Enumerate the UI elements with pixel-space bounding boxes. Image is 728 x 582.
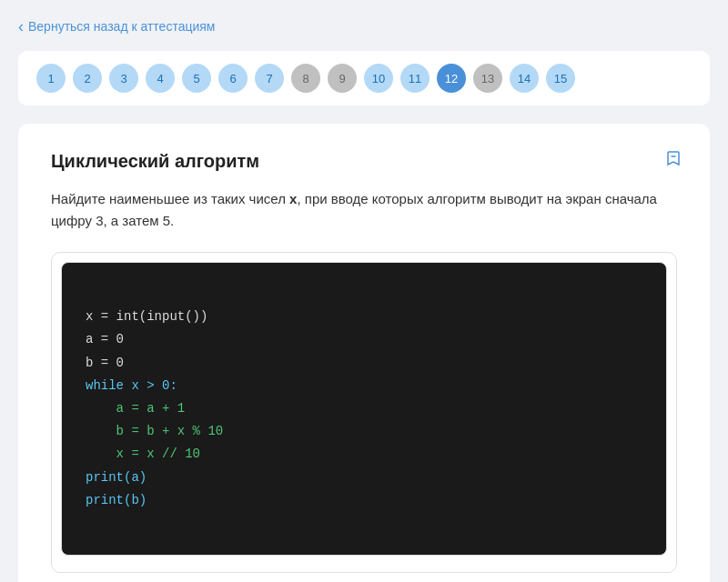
back-link[interactable]: Вернуться назад к аттестациям (18, 18, 215, 35)
page-btn-10[interactable]: 10 (364, 64, 393, 93)
code-block-container: x = int(input()) a = 0 b = 0 while x > 0… (61, 262, 667, 556)
page-btn-14[interactable]: 14 (510, 64, 539, 93)
question-text-before: Найдите наименьшее из таких чисел (51, 191, 289, 206)
back-link-label: Вернуться назад к аттестациям (28, 19, 215, 34)
page-btn-11[interactable]: 11 (400, 64, 430, 93)
bookmark-icon[interactable] (664, 149, 682, 172)
page-btn-9[interactable]: 9 (328, 64, 357, 93)
page-btn-6[interactable]: 6 (218, 64, 248, 93)
question-title: Циклический алгоритм (51, 151, 677, 172)
content-card: Циклический алгоритм Найдите наименьшее … (18, 124, 710, 582)
page-wrapper: Вернуться назад к аттестациям 1234567891… (0, 0, 728, 582)
page-btn-4[interactable]: 4 (146, 64, 175, 93)
page-btn-3[interactable]: 3 (109, 64, 138, 93)
pagination: 123456789101112131415 (18, 51, 710, 105)
code-block: x = int(input()) a = 0 b = 0 while x > 0… (86, 283, 642, 535)
page-btn-12[interactable]: 12 (437, 64, 466, 93)
page-btn-1[interactable]: 1 (36, 64, 66, 93)
page-btn-5[interactable]: 5 (182, 64, 211, 93)
page-btn-15[interactable]: 15 (546, 64, 575, 93)
question-text: Найдите наименьшее из таких чисел x, при… (51, 188, 677, 232)
page-btn-2[interactable]: 2 (73, 64, 102, 93)
page-btn-8[interactable]: 8 (291, 64, 320, 93)
page-btn-13[interactable]: 13 (473, 64, 502, 93)
page-btn-7[interactable]: 7 (255, 64, 284, 93)
